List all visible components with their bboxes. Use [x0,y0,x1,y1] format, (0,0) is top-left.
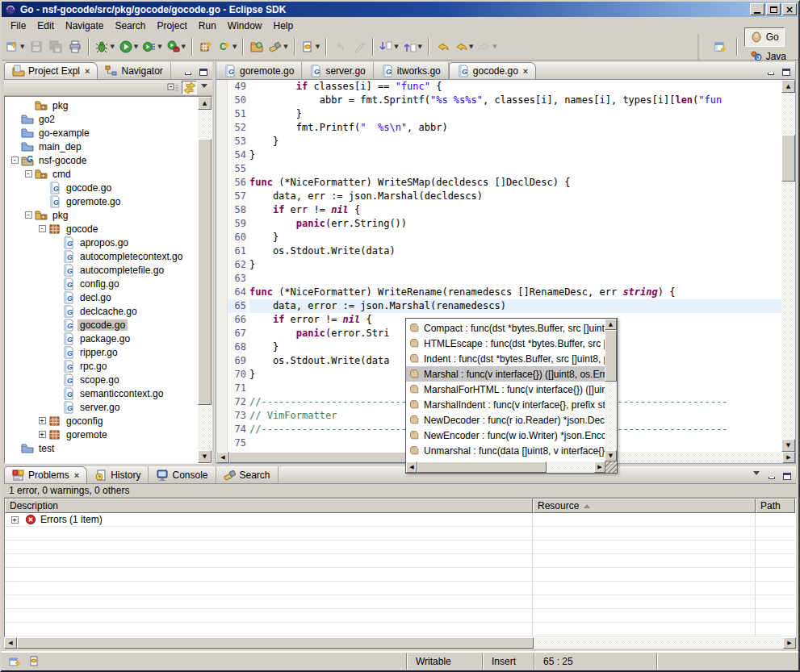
link-with-editor-button[interactable] [182,81,197,94]
tree-item-declcache-go[interactable]: Gdeclcache.go [5,304,198,318]
maximize-view-button[interactable] [781,470,793,480]
minimize-button[interactable] [750,3,764,15]
tree-item-nsf-gocode[interactable]: -Gnsf-gocode [5,153,198,167]
print-button[interactable] [65,37,85,56]
tree-item-semanticcontext-go[interactable]: Gsemanticcontext.go [5,386,198,400]
column-header-path[interactable]: Path [756,499,795,513]
dropdown-arrow-icon[interactable]: ▼ [157,44,161,50]
dropdown-arrow-icon[interactable]: ▼ [394,44,398,50]
tree-item-go2[interactable]: go2 [5,112,198,126]
close-tab-icon[interactable]: × [85,66,90,76]
code-line-56[interactable]: func (*NiceFormatter) WriteSMap(decldesc… [249,176,781,190]
table-row[interactable]: + Errors (1 item) [5,513,795,527]
scrollbar-thumb[interactable] [417,461,547,473]
open-resource-button[interactable] [247,37,266,56]
tree-item-go-example[interactable]: go-example [5,126,198,140]
maximize-editor-button[interactable] [781,66,792,76]
code-line-65[interactable]: data, error := json.Marshal(renamedescs) [249,299,781,313]
dropdown-arrow-icon[interactable]: ▼ [20,44,24,50]
view-tab-search[interactable]: Search [216,466,279,483]
code-line-52[interactable]: fmt.Printf(" %s\n", abbr) [249,121,781,135]
tree-item-rpc-go[interactable]: Grpc.go [5,359,198,373]
scrollbar-thumb[interactable] [605,330,617,382]
tree-item-server-go[interactable]: Gserver.go [5,400,198,414]
collapse-all-button[interactable] [165,81,180,94]
minimize-editor-button[interactable] [765,66,777,76]
editor-tab-gocode-go[interactable]: Ggocode.go× [449,62,537,79]
scroll-down-button[interactable]: ▼ [198,450,212,463]
view-tab-history[interactable]: History [87,466,149,483]
close-tab-icon[interactable]: × [74,470,79,480]
dropdown-arrow-icon[interactable]: ▼ [469,44,473,50]
scroll-up-button[interactable]: ▲ [605,319,617,330]
collapse-icon[interactable]: - [25,211,32,219]
collapse-icon[interactable]: - [39,225,46,232]
editor-tab-goremote-go[interactable]: Ggoremote.go [216,62,302,79]
scrollbar-thumb[interactable] [781,135,795,182]
code-line-57[interactable]: data, err := json.Marshal(decldescs) [249,190,781,203]
new-go-package-button[interactable] [196,37,216,56]
close-tab-icon[interactable]: × [523,66,528,76]
external-tools-button[interactable]: ▼ [165,37,188,56]
completion-item-marshal[interactable]: Marshal : func(v interface{}) ([]uint8, … [406,366,605,382]
expand-icon[interactable]: + [39,431,46,438]
debug-button[interactable]: ▼ [93,37,116,56]
view-tab-project-expl[interactable]: Project Expl× [4,62,98,79]
view-tab-navigator[interactable]: Navigator [98,62,170,79]
collapse-icon[interactable]: - [25,170,32,177]
completion-item-unmarshal[interactable]: Unmarshal : func(data []uint8, v interfa… [406,443,605,458]
tree-item-cmd[interactable]: -cmd [5,167,198,181]
view-tab-console[interactable]: Console [149,466,216,483]
scroll-left-button[interactable]: ◀ [4,637,17,649]
menu-project[interactable]: Project [151,19,192,33]
code-line-58[interactable]: if err != nil { [249,203,781,217]
back-button[interactable]: ▼ [452,37,475,56]
column-header-description[interactable]: Description [5,499,533,513]
code-line-49[interactable]: if classes[i] == "func" { [249,80,781,94]
code-line-63[interactable] [249,272,781,286]
tree-item-autocompletecontext-go[interactable]: Gautocompletecontext.go [5,249,198,263]
scroll-up-button[interactable]: ▲ [198,97,212,110]
expand-icon[interactable]: + [11,516,19,524]
dropdown-arrow-icon[interactable]: ▼ [182,44,186,50]
completion-item-marshalforhtml[interactable]: MarshalForHTML : func(v interface{}) ([]… [406,382,605,397]
tree-item-gocode-go[interactable]: Ggocode.go [5,181,198,194]
scroll-left-button[interactable]: ◀ [216,452,229,463]
popup-resize-grip[interactable] [605,461,617,473]
editor-tab-itworks-go[interactable]: Gitworks.go [374,62,449,79]
completion-item-newencoder[interactable]: NewEncoder : func(w io.Writer) *json.Enc… [406,428,605,443]
close-button[interactable]: × [782,3,797,15]
scroll-right-button[interactable]: ▶ [594,461,605,473]
dropdown-arrow-icon[interactable]: ▼ [283,44,287,50]
code-line-61[interactable]: os.Stdout.Write(data) [249,244,781,258]
code-line-55[interactable] [249,162,781,176]
editor-vertical-scrollbar[interactable]: ▲ ▼ [781,80,795,452]
menu-edit[interactable]: Edit [31,19,60,33]
completion-item-htmlescape[interactable]: HTMLEscape : func(dst *bytes.Buffer, src… [406,336,605,351]
code-line-53[interactable]: } [249,135,781,148]
popup-horizontal-scrollbar[interactable]: ◀ ▶ [406,461,605,473]
popup-vertical-scrollbar[interactable]: ▲ ▼ [605,319,617,461]
last-edit-location-button[interactable] [433,37,452,56]
run-button[interactable]: ▼ [117,37,140,56]
tree-item-goremote[interactable]: +goremote [5,428,198,441]
dropdown-arrow-icon[interactable]: ▼ [134,44,138,50]
menu-run[interactable]: Run [193,19,222,33]
code-line-64[interactable]: func (*NiceFormatter) WriteRename(rename… [249,286,781,299]
dropdown-arrow-icon[interactable]: ▼ [316,44,320,50]
tree-item-main-dep[interactable]: main_dep [5,140,198,153]
menu-window[interactable]: Window [222,19,268,33]
view-menu-button[interactable] [199,83,210,93]
tree-item-decl-go[interactable]: Gdecl.go [5,290,198,304]
menu-file[interactable]: File [5,19,31,33]
minimize-view-button[interactable] [766,470,777,480]
tree-item-gocode-go[interactable]: Ggocode.go [5,318,198,332]
scrollbar-thumb[interactable] [198,139,212,405]
scrollbar-thumb[interactable] [17,637,534,649]
tree-item-pkg[interactable]: pkg [5,98,198,112]
explorer-vertical-scrollbar[interactable]: ▲ ▼ [198,97,212,463]
prev-annotation-button[interactable]: ▼ [401,37,425,56]
new-go-element-button[interactable]: C▼ [216,37,239,56]
tree-item-scope-go[interactable]: Gscope.go [5,373,198,386]
maximize-button[interactable] [766,3,781,15]
